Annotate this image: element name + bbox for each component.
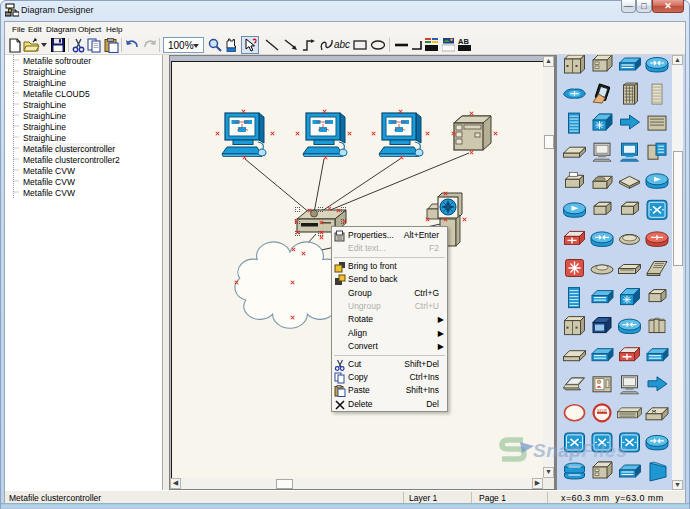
svg-text:SnapFiles: SnapFiles (533, 440, 627, 461)
svg-text:AB: AB (458, 38, 469, 46)
